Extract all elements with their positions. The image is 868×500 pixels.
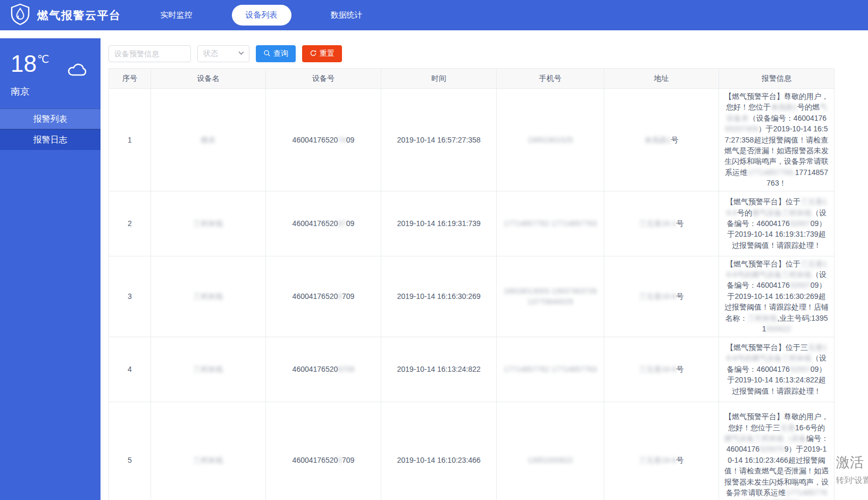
redacted-text: 13951000622 xyxy=(528,456,573,464)
redacted-text: 三元巷16-6 xyxy=(639,365,676,373)
redacted-text: 三村米线 xyxy=(194,219,223,228)
redacted-text: 18918013003 13937363726 13770840029 xyxy=(504,287,597,306)
table-row: 3 三村米线 460041765206709 2019-10-14 16:16:… xyxy=(109,256,834,337)
cell-text: 号 xyxy=(671,136,678,144)
cell-text: 46004176520 xyxy=(293,456,338,464)
cell-address: 三元巷16-1号 xyxy=(604,191,719,256)
redacted-text: 燃气设备三村米线 xyxy=(724,434,784,443)
redacted-text: 74 xyxy=(338,136,346,144)
weather-city: 南京 xyxy=(11,85,90,98)
redacted-text: 000622 xyxy=(766,324,791,333)
cell-text: 【燃气预警平台】位于 xyxy=(726,260,800,268)
cell-alarm-message: 【燃气预警平台】位于三元巷16-6号的燃气设备三村米线（设备编号：4600417… xyxy=(719,337,834,402)
column-header: 序号 xyxy=(109,69,151,89)
cell-phone: 19951901525 xyxy=(497,89,604,191)
cell-alarm-message: 【燃气预警平台】位于三元巷16-6号的燃气设备三村米线（设备编号：4600417… xyxy=(719,256,834,337)
cell-text: 号 xyxy=(677,365,684,373)
redacted-text: 三元巷16-6 xyxy=(639,456,676,464)
redacted-text: 来燕路1 xyxy=(645,136,671,144)
sidebar-menu: 报警列表报警日志 xyxy=(0,109,101,150)
cell-device-no: 460041765206709 xyxy=(266,337,381,402)
table-row: 1 燃未 460041765207409 2019-10-14 16:57:27… xyxy=(109,89,834,191)
sidebar-menu-item[interactable]: 报警列表 xyxy=(0,109,101,129)
cell-phone: 18918013003 13937363726 13770840029 xyxy=(497,256,604,337)
reset-button-label: 重置 xyxy=(320,49,335,59)
cell-phone: 17714857762 17714857763 xyxy=(497,191,604,256)
cloud-icon xyxy=(66,61,90,80)
cell-text: 16-6号的 xyxy=(795,423,825,432)
cell-phone: 13951000622 xyxy=(497,402,604,500)
redacted-text: 52007 xyxy=(790,219,811,228)
redacted-text: 520070 xyxy=(760,445,784,453)
redacted-text: 燃未 xyxy=(201,136,216,144)
cell-index: 3 xyxy=(109,256,151,337)
redacted-text: 6 xyxy=(338,292,342,301)
cell-text: 09 xyxy=(346,136,355,144)
refresh-icon xyxy=(310,49,317,59)
cell-text: 46004176520 xyxy=(293,365,338,373)
column-header: 时间 xyxy=(381,69,497,89)
cell-device-no: 460041765207409 xyxy=(266,89,381,191)
nav-tab[interactable]: 实时监控 xyxy=(147,5,206,26)
cell-alarm-message: 【燃气预警平台】尊敬的用户，您好！您位于来燕路1号的燃气设备未（设备编号：460… xyxy=(719,89,834,191)
column-header: 设备名 xyxy=(151,69,266,89)
redacted-text: 6 xyxy=(338,456,342,464)
reset-button[interactable]: 重置 xyxy=(302,45,342,62)
top-nav: 实时监控设备列表数据统计 xyxy=(147,5,402,26)
redacted-text: 燃气设备三村米线 xyxy=(752,209,812,217)
table-row: 2 三村米线 460041765206709 2019-10-14 16:19:… xyxy=(109,191,834,256)
cell-phone: 17714857762 17714857763 xyxy=(497,337,604,402)
cell-time: 2019-10-14 16:13:24:822 xyxy=(381,337,497,402)
sidebar: 18 ℃ 南京 报警列表报警日志 xyxy=(0,38,101,500)
cell-text: 46004176520 xyxy=(293,136,338,144)
redacted-text: 67 xyxy=(338,219,346,228)
cell-index: 2 xyxy=(109,191,151,256)
cell-device-name: 三村米线 xyxy=(151,191,266,256)
redacted-text: 17714857762 17714857763 xyxy=(504,365,597,373)
nav-tab[interactable]: 设备列表 xyxy=(232,5,291,26)
cell-device-no: 460041765206709 xyxy=(266,402,381,500)
cell-device-no: 460041765206709 xyxy=(266,256,381,337)
cell-text: 号的 xyxy=(737,209,752,217)
cell-time: 2019-10-14 16:19:31:739 xyxy=(381,191,497,256)
cell-time: 2019-10-14 16:16:30:269 xyxy=(381,256,497,337)
cell-text: 46004176520 xyxy=(293,219,338,228)
redacted-text: 6709 xyxy=(338,365,354,373)
column-header: 报警信息 xyxy=(719,69,834,89)
cell-text: 46004176520 xyxy=(293,292,338,301)
sidebar-menu-item[interactable]: 报警日志 xyxy=(0,129,101,150)
watermark-line2: 转到“设置” xyxy=(836,476,868,486)
cell-address: 三元巷16-6号 xyxy=(604,402,719,500)
cell-address: 来燕路1号 xyxy=(604,89,719,191)
cell-device-name: 三村米线 xyxy=(151,256,266,337)
cell-text: 【燃气预警平台】位于 xyxy=(726,197,800,206)
alarm-search-input[interactable] xyxy=(108,45,191,62)
cell-alarm-message: 【燃气预警平台】位于三元巷16-5号的燃气设备三村米线（设备编号：4600417… xyxy=(719,191,834,256)
redacted-text: 三元巷16-1 xyxy=(639,219,676,228)
nav-tab[interactable]: 数据统计 xyxy=(317,5,377,26)
cell-index: 1 xyxy=(109,89,151,191)
column-header: 手机号 xyxy=(497,69,604,89)
cell-time: 2019-10-14 16:10:23:466 xyxy=(381,402,497,500)
cell-text: 09 xyxy=(346,219,355,228)
cell-time: 2019-10-14 16:57:27:358 xyxy=(381,89,497,191)
redacted-text: 三元巷16-6 xyxy=(639,292,676,301)
app-header: 燃气报警云平台 实时监控设备列表数据统计 xyxy=(0,0,868,30)
activation-watermark: 激活 转到“设置” xyxy=(836,453,868,486)
temperature-value: 18 xyxy=(11,52,37,76)
redacted-text: 19951901525 xyxy=(528,136,573,144)
redacted-text: 65207409 xyxy=(725,124,758,133)
status-select[interactable]: 状态 xyxy=(197,45,249,62)
query-button[interactable]: 查询 xyxy=(256,45,296,62)
cell-index: 5 xyxy=(109,402,151,500)
cell-text: 号 xyxy=(677,456,684,464)
app-title: 燃气报警云平台 xyxy=(37,8,121,23)
cell-text: 709 xyxy=(342,456,354,464)
redacted-text: 三村米线 xyxy=(194,365,223,373)
redacted-text: 52007 xyxy=(790,365,811,373)
cell-text: 号 xyxy=(677,292,684,301)
cell-text: 号 xyxy=(677,219,684,228)
cell-alarm-message: 【燃气预警平台】尊敬的用户，您好！您位于三元巷16-6号的燃气设备三村米线（设备… xyxy=(719,402,834,500)
redacted-text: 17714857762 17714857763 xyxy=(504,219,597,228)
logo-shield-flame-icon xyxy=(10,3,31,28)
